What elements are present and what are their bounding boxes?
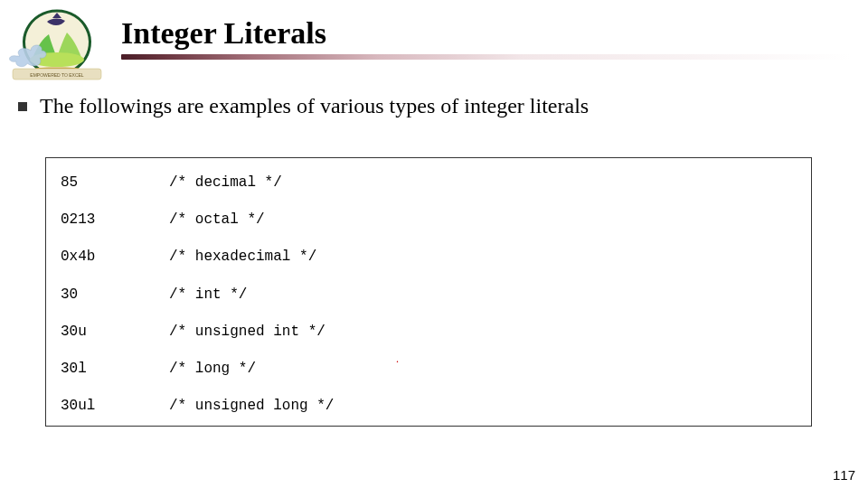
- code-line: 85 /* decimal */: [61, 174, 797, 192]
- code-comment: /* int */: [169, 286, 247, 304]
- code-literal: 30: [61, 286, 169, 304]
- code-comment: /* decimal */: [169, 174, 282, 192]
- code-literal: 30ul: [61, 398, 169, 415]
- slide-title: Integer Literals: [121, 16, 850, 51]
- stray-mark: .: [396, 352, 399, 366]
- code-literal: 0213: [61, 211, 169, 229]
- code-line: 0213 /* octal */: [61, 211, 797, 229]
- logo-banner-text: EMPOWERED TO EXCEL: [30, 72, 83, 78]
- code-literal: 30l: [61, 361, 169, 378]
- code-comment: /* unsigned int */: [169, 324, 326, 341]
- code-comment: /* long */: [169, 361, 256, 378]
- code-example-box: 85 /* decimal */ 0213 /* octal */ 0x4b /…: [45, 157, 812, 427]
- bullet-item: The followings are examples of various t…: [18, 94, 841, 118]
- title-underline: [121, 54, 852, 60]
- bullet-marker: [18, 102, 27, 111]
- bullet-text: The followings are examples of various t…: [40, 94, 589, 118]
- code-line: 30ul /* unsigned long */: [61, 398, 797, 415]
- code-comment: /* hexadecimal */: [169, 249, 316, 266]
- code-line: 30l /* long */: [61, 361, 797, 378]
- page-number: 117: [833, 467, 855, 483]
- code-line: 30 /* int */: [61, 286, 797, 304]
- code-comment: /* octal */: [169, 211, 265, 229]
- code-literal: 85: [61, 174, 169, 192]
- code-literal: 0x4b: [61, 249, 169, 266]
- code-line: 0x4b /* hexadecimal */: [61, 249, 797, 266]
- university-logo: EMPOWERED TO EXCEL: [7, 5, 107, 87]
- code-literal: 30u: [61, 324, 169, 341]
- code-line: 30u /* unsigned int */: [61, 324, 797, 341]
- code-comment: /* unsigned long */: [169, 398, 334, 415]
